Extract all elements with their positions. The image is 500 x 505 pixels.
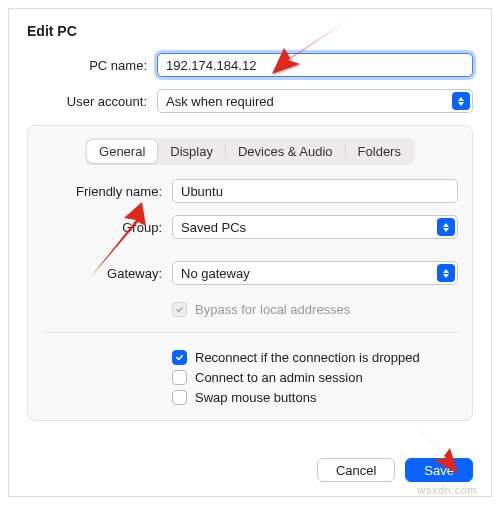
options-row: Reconnect if the connection is dropped C… [42,345,458,410]
tab-general[interactable]: General [87,140,157,163]
stepper-icon [437,218,455,236]
stepper-icon [452,92,470,110]
pc-name-label: PC name: [27,58,157,73]
user-account-label: User account: [27,94,157,109]
gateway-value: No gateway [181,266,250,281]
gateway-select[interactable]: No gateway [172,261,458,285]
tab-bar: General Display Devices & Audio Folders [42,138,458,165]
bypass-checkbox [172,302,187,317]
pc-name-row: PC name: [27,53,473,77]
pc-name-input[interactable] [157,53,473,77]
gateway-row: Gateway: No gateway [42,261,458,285]
tab-display[interactable]: Display [158,140,225,163]
user-account-value: Ask when required [166,94,274,109]
bypass-row: Bypass for local addresses [42,297,458,322]
tab-folders[interactable]: Folders [346,140,413,163]
divider [42,332,458,333]
group-value: Saved PCs [181,220,246,235]
footer-buttons: Cancel Save [317,458,473,482]
settings-panel: General Display Devices & Audio Folders … [27,125,473,421]
reconnect-label: Reconnect if the connection is dropped [195,350,420,365]
friendly-name-value: Ubuntu [181,184,223,199]
group-select[interactable]: Saved PCs [172,215,458,239]
user-account-row: User account: Ask when required [27,89,473,113]
edit-pc-sheet: Edit PC PC name: User account: Ask when … [8,8,492,497]
stepper-icon [437,264,455,282]
admin-label: Connect to an admin session [195,370,363,385]
group-row: Group: Saved PCs [42,215,458,239]
gateway-label: Gateway: [42,266,172,281]
swap-label: Swap mouse buttons [195,390,316,405]
reconnect-checkbox[interactable] [172,350,187,365]
friendly-name-row: Friendly name: Ubuntu [42,179,458,203]
swap-checkbox[interactable] [172,390,187,405]
tab-devices-audio[interactable]: Devices & Audio [226,140,345,163]
friendly-name-input[interactable]: Ubuntu [172,179,458,203]
sheet-title: Edit PC [27,23,473,39]
group-label: Group: [42,220,172,235]
user-account-select[interactable]: Ask when required [157,89,473,113]
save-button[interactable]: Save [405,458,473,482]
cancel-button[interactable]: Cancel [317,458,395,482]
friendly-name-label: Friendly name: [42,184,172,199]
admin-checkbox[interactable] [172,370,187,385]
bypass-label: Bypass for local addresses [195,302,350,317]
watermark: wsxdn.com [417,484,477,496]
